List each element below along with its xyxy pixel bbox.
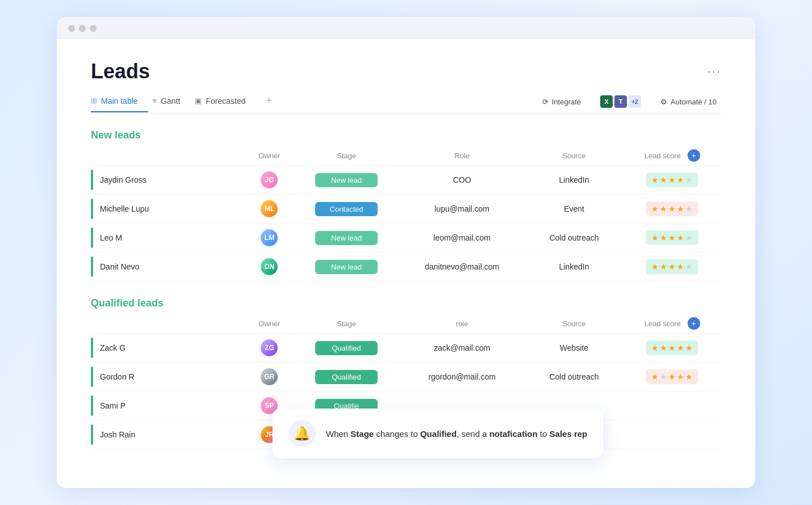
automate-button[interactable]: ⚙ Automate / 10 bbox=[656, 95, 721, 108]
integrations-icons-group: X T +2 bbox=[596, 93, 646, 110]
more-options-button[interactable]: ··· bbox=[708, 64, 721, 79]
lead-score-stars: ★★★★★ bbox=[646, 201, 698, 216]
table-icon: ⊞ bbox=[91, 96, 97, 105]
page-header: Leads ··· bbox=[91, 60, 721, 83]
stage-cell[interactable]: Qualified bbox=[294, 334, 399, 363]
leadscore-cell: ★★★★★ bbox=[623, 334, 721, 363]
new-leads-col-source: Source bbox=[525, 146, 623, 166]
stage-badge[interactable]: New lead bbox=[315, 231, 378, 245]
name-cell-wrap: Gordon R bbox=[91, 367, 238, 387]
qualified-leads-col-source: Source bbox=[525, 314, 623, 334]
star-filled: ★ bbox=[651, 204, 659, 213]
source-cell: LinkedIn bbox=[525, 253, 623, 281]
star-filled: ★ bbox=[651, 175, 659, 184]
leadscore-cell: ★★★★★ bbox=[623, 166, 721, 195]
automation-popup: 🔔 When Stage changes to Qualified, send … bbox=[273, 409, 603, 458]
table-row: Jaydin Gross JG New lead COO LinkedIn ★★… bbox=[91, 166, 721, 195]
stage-cell[interactable]: New lead bbox=[294, 166, 399, 195]
star-filled: ★ bbox=[651, 343, 659, 352]
teams-icon: T bbox=[614, 95, 627, 108]
row-indicator bbox=[91, 170, 93, 190]
avatar: LM bbox=[261, 229, 278, 246]
row-name: Jaydin Gross bbox=[100, 175, 147, 184]
integrations-icons: X T +2 bbox=[600, 95, 641, 108]
row-name: Danit Nevo bbox=[100, 262, 139, 271]
table-row: Zack G ZG Qualified zack@mail.com Websit… bbox=[91, 334, 721, 363]
stage-badge[interactable]: Qualified bbox=[315, 370, 378, 384]
dot-yellow bbox=[79, 25, 86, 32]
star-filled: ★ bbox=[668, 262, 676, 271]
qualified-leads-col-name bbox=[91, 314, 245, 334]
row-name: Leo M bbox=[100, 233, 122, 242]
row-indicator bbox=[91, 228, 93, 248]
lead-score-stars: ★★★★★ bbox=[646, 369, 698, 384]
more-integrations-badge: +2 bbox=[629, 95, 641, 108]
star-filled: ★ bbox=[677, 204, 684, 213]
table-row: Danit Nevo DN New lead danitnevo@mail.co… bbox=[91, 253, 721, 281]
name-cell: Jaydin Gross bbox=[91, 166, 245, 195]
new-leads-col-owner: Owner bbox=[245, 146, 294, 166]
new-leads-col-stage: Stage bbox=[294, 146, 399, 166]
add-column-button-new[interactable]: + bbox=[688, 149, 700, 162]
leadscore-cell: ★★★★★ bbox=[623, 195, 721, 224]
app-body: Leads ··· ⊞ Main table ≡ Gantt ▣ Forecas… bbox=[57, 39, 755, 488]
stage-badge[interactable]: Qualified bbox=[315, 341, 378, 355]
tab-gantt[interactable]: ≡ Gantt bbox=[153, 92, 191, 112]
browser-chrome bbox=[57, 17, 755, 39]
leadscore-cell: ★★★★★ bbox=[623, 224, 721, 253]
bell-icon: 🔔 bbox=[294, 426, 311, 441]
avatar: ML bbox=[261, 200, 278, 217]
row-indicator bbox=[91, 367, 93, 387]
source-cell: Event bbox=[525, 195, 623, 224]
leadscore-cell bbox=[623, 420, 721, 449]
stage-cell[interactable]: New lead bbox=[294, 224, 399, 253]
source-cell: Cold outreach bbox=[525, 363, 623, 392]
avatar: GR bbox=[261, 368, 278, 385]
integrate-icon: ⟳ bbox=[542, 98, 549, 106]
new-leads-title: New leads bbox=[91, 129, 141, 141]
qualified-leads-header: Qualified leads bbox=[91, 297, 721, 309]
name-cell-wrap: Josh Rain bbox=[91, 424, 238, 445]
star-empty: ★ bbox=[660, 372, 667, 381]
name-cell-wrap: Michelle Lupu bbox=[91, 199, 238, 219]
name-cell: Zack G bbox=[91, 334, 245, 363]
tab-main-table-label: Main table bbox=[101, 96, 138, 106]
role-cell: zack@mail.com bbox=[399, 334, 525, 363]
star-filled: ★ bbox=[685, 372, 693, 381]
tab-forecasted[interactable]: ▣ Forecasted bbox=[195, 92, 256, 112]
stage-cell[interactable]: Contacted bbox=[294, 195, 399, 224]
name-cell-wrap: Danit Nevo bbox=[91, 256, 238, 277]
new-leads-header: New leads bbox=[91, 129, 721, 141]
add-tab-button[interactable]: + bbox=[260, 90, 278, 113]
stage-cell[interactable]: Qualified bbox=[294, 363, 399, 392]
stage-cell[interactable]: New lead bbox=[294, 253, 399, 281]
stage-badge[interactable]: New lead bbox=[315, 173, 378, 187]
add-column-button-qualified[interactable]: + bbox=[688, 317, 700, 330]
name-cell-wrap: Sami P bbox=[91, 395, 238, 416]
row-indicator bbox=[91, 424, 93, 445]
table-row: Leo M LM New lead leom@mail.com Cold out… bbox=[91, 224, 721, 253]
automate-icon: ⚙ bbox=[660, 98, 667, 106]
tab-main-table[interactable]: ⊞ Main table bbox=[91, 92, 148, 112]
stage-badge[interactable]: Contacted bbox=[315, 202, 378, 216]
star-filled: ★ bbox=[651, 372, 659, 381]
row-name: Gordon R bbox=[100, 372, 135, 381]
star-filled: ★ bbox=[668, 175, 676, 184]
star-filled: ★ bbox=[677, 233, 684, 242]
tabs-bar: ⊞ Main table ≡ Gantt ▣ Forecasted + ⟳ In… bbox=[91, 90, 721, 113]
star-filled: ★ bbox=[660, 204, 667, 213]
stage-badge[interactable]: New lead bbox=[315, 260, 378, 274]
new-leads-col-leadscore: Lead score + bbox=[623, 146, 721, 166]
dot-green bbox=[90, 25, 97, 32]
star-empty: ★ bbox=[685, 262, 693, 271]
source-cell: Website bbox=[525, 334, 623, 363]
browser-dots bbox=[68, 25, 744, 32]
name-cell: Michelle Lupu bbox=[91, 195, 245, 224]
name-cell-wrap: Leo M bbox=[91, 228, 238, 248]
integrate-label: Integrate bbox=[552, 98, 581, 106]
row-name: Zack G bbox=[100, 343, 125, 352]
star-filled: ★ bbox=[651, 262, 659, 271]
integrate-button[interactable]: ⟳ Integrate bbox=[538, 95, 585, 108]
excel-icon: X bbox=[600, 95, 613, 108]
star-filled: ★ bbox=[660, 262, 667, 271]
